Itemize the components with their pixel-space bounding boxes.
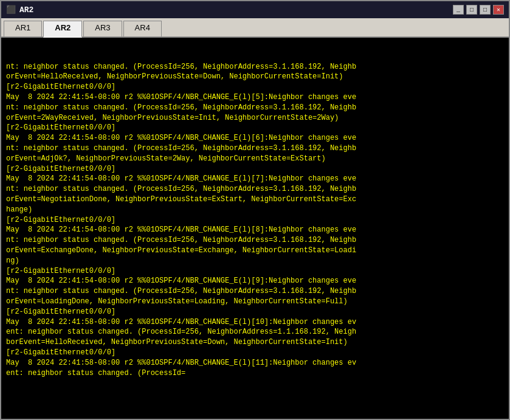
console-output: nt: neighbor status changed. (ProcessId=… <box>1 38 509 419</box>
tab-ar4[interactable]: AR4 <box>123 21 162 36</box>
restore-button[interactable]: □ <box>466 5 477 15</box>
title-bar: ⬛ AR2 _ □ □ ✕ <box>1 1 509 18</box>
title-bar-controls: _ □ □ ✕ <box>453 5 504 15</box>
tab-ar1[interactable]: AR1 <box>4 21 42 36</box>
tab-ar3[interactable]: AR3 <box>83 21 122 36</box>
title-bar-left: ⬛ AR2 <box>6 5 33 15</box>
close-button[interactable]: ✕ <box>493 5 504 15</box>
console-text: nt: neighbor status changed. (ProcessId=… <box>6 62 504 379</box>
tab-ar2[interactable]: AR2 <box>43 21 82 38</box>
window-title: AR2 <box>19 5 33 15</box>
window-icon: ⬛ <box>6 5 16 15</box>
tab-bar: AR1 AR2 AR3 AR4 <box>1 18 509 38</box>
minimize-button[interactable]: _ <box>453 5 464 15</box>
main-window: ⬛ AR2 _ □ □ ✕ AR1 AR2 AR3 AR4 nt: neighb… <box>0 0 510 420</box>
maximize-button[interactable]: □ <box>480 5 491 15</box>
